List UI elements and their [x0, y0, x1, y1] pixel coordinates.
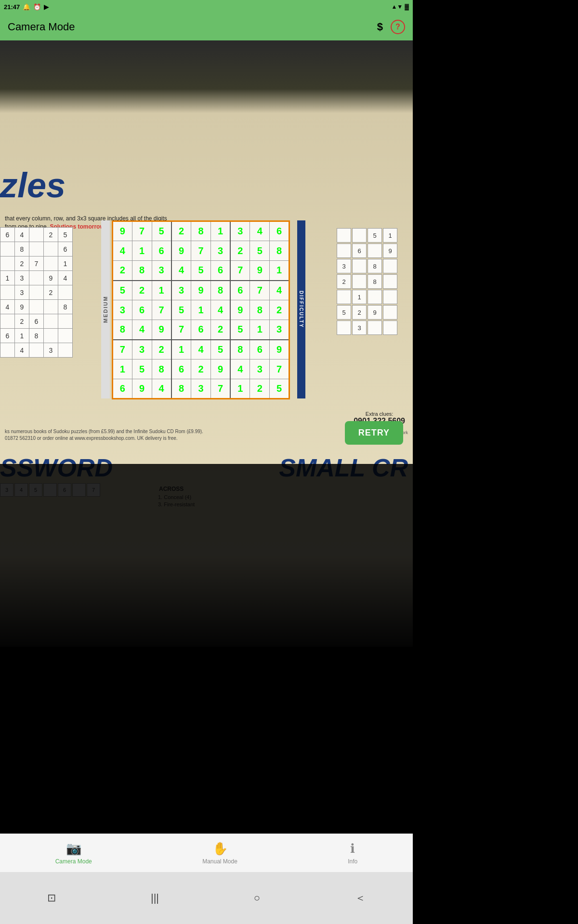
sudoku-cell-r3-c5: 8 [210, 281, 230, 300]
bottom-nav: 📷 Camera Mode ✋ Manual Mode ℹ Info [0, 834, 413, 872]
sudoku-cell-r2-c5: 6 [210, 261, 230, 281]
sudoku-cell-r7-c7: 3 [250, 359, 270, 379]
sudoku-cell-r4-c1: 6 [132, 300, 152, 320]
sys-back-btn[interactable]: ＜ [345, 887, 375, 909]
sys-circle-btn[interactable]: ○ [244, 888, 270, 908]
sudoku-cell-r6-c6: 8 [230, 340, 250, 359]
difficulty-label: DIFFICULTY [297, 220, 305, 398]
right-partial-grid: 51 69 38 28 1 529 3 [336, 227, 413, 336]
sudoku-cell-r1-c7: 5 [250, 241, 270, 261]
sudoku-cell-r2-c8: 1 [270, 261, 289, 281]
nav-camera-mode[interactable]: 📷 Camera Mode [55, 841, 92, 865]
sudoku-cell-r6-c2: 2 [152, 340, 171, 359]
camera-mode-icon: 📷 [66, 841, 81, 856]
sudoku-cell-r5-c8: 3 [270, 320, 289, 340]
sudoku-cell-r4-c8: 2 [270, 300, 289, 320]
sudoku-cell-r7-c0: 1 [113, 359, 132, 379]
sudoku-cell-r2-c6: 7 [230, 261, 250, 281]
sudoku-cell-r0-c8: 6 [270, 221, 289, 241]
sudoku-cell-r3-c1: 2 [132, 281, 152, 300]
sudoku-cell-r5-c4: 6 [191, 320, 211, 340]
nav-manual-mode[interactable]: ✋ Manual Mode [202, 841, 237, 865]
bottom-text-1: ks numerous books of Sudoku puzzles (fro… [5, 428, 203, 435]
bottom-small-text: ks numerous books of Sudoku puzzles (fro… [5, 428, 203, 442]
sudoku-cell-r7-c6: 4 [230, 359, 250, 379]
sudoku-cell-r8-c2: 4 [152, 379, 171, 399]
info-label: Info [348, 858, 357, 865]
sudoku-cell-r1-c5: 3 [210, 241, 230, 261]
sys-home-btn[interactable]: ||| [141, 888, 169, 908]
media-icon: ▶ [44, 3, 49, 11]
sudoku-cell-r5-c6: 5 [230, 320, 250, 340]
sudoku-cell-r8-c6: 1 [230, 379, 250, 399]
dollar-icon[interactable]: $ [377, 21, 383, 33]
status-bar: 21:47 🔔 ⏰ ▶ ▲▼ ▓ [0, 0, 413, 13]
sudoku-cell-r7-c4: 2 [191, 359, 211, 379]
sudoku-cell-r6-c1: 3 [132, 340, 152, 359]
sudoku-cell-r3-c7: 7 [250, 281, 270, 300]
sudoku-cell-r3-c0: 5 [113, 281, 132, 300]
sudoku-cell-r6-c8: 9 [270, 340, 289, 359]
bottom-text-2: 01872 562310 or order online at www.expr… [5, 435, 203, 442]
info-icon: ℹ [350, 841, 355, 856]
sudoku-cell-r0-c1: 7 [132, 221, 152, 241]
left-partial-grid: 6425 86 271 1394 32 498 26 618 43 [0, 227, 96, 358]
sudoku-cell-r1-c4: 7 [191, 241, 211, 261]
sudoku-cell-r2-c3: 4 [171, 261, 191, 281]
sudoku-cell-r2-c4: 5 [191, 261, 211, 281]
sudoku-cell-r3-c8: 4 [270, 281, 289, 300]
sudoku-cell-r8-c7: 2 [250, 379, 270, 399]
sudoku-cell-r2-c7: 9 [250, 261, 270, 281]
sudoku-cell-r8-c4: 3 [191, 379, 211, 399]
sudoku-cell-r7-c5: 9 [210, 359, 230, 379]
sudoku-cell-r3-c2: 1 [152, 281, 171, 300]
sudoku-cell-r4-c4: 1 [191, 300, 211, 320]
sudoku-cell-r1-c2: 6 [152, 241, 171, 261]
sudoku-cell-r3-c3: 3 [171, 281, 191, 300]
sudoku-cell-r5-c5: 2 [210, 320, 230, 340]
sudoku-cell-r8-c5: 7 [210, 379, 230, 399]
sudoku-cell-r0-c6: 3 [230, 221, 250, 241]
extra-clues-title: Extra clues: [351, 411, 408, 417]
notification-icon: 🔔 [23, 3, 30, 11]
sudoku-cell-r1-c3: 9 [171, 241, 191, 261]
sudoku-cell-r5-c1: 4 [132, 320, 152, 340]
sudoku-cell-r3-c4: 9 [191, 281, 211, 300]
retry-button[interactable]: RETRY [345, 421, 403, 445]
status-right: ▲▼ ▓ [391, 3, 409, 10]
sudoku-cell-r0-c7: 4 [250, 221, 270, 241]
help-icon[interactable]: ? [391, 20, 405, 34]
sudoku-grid: 9752813464169732582834567915213986743675… [112, 220, 290, 399]
sudoku-cell-r1-c6: 2 [230, 241, 250, 261]
dark-overlay [0, 464, 413, 647]
sudoku-cell-r5-c7: 1 [250, 320, 270, 340]
sudoku-cell-r1-c8: 8 [270, 241, 289, 261]
sudoku-cell-r6-c5: 5 [210, 340, 230, 359]
sudoku-cell-r5-c2: 9 [152, 320, 171, 340]
sudoku-cell-r2-c0: 2 [113, 261, 132, 281]
sudoku-cell-r6-c4: 4 [191, 340, 211, 359]
sudoku-cell-r7-c8: 7 [270, 359, 289, 379]
sudoku-cell-r1-c1: 1 [132, 241, 152, 261]
sudoku-cell-r0-c3: 2 [171, 221, 191, 241]
nav-info[interactable]: ℹ Info [348, 841, 357, 865]
sudoku-cell-r8-c1: 9 [132, 379, 152, 399]
sys-square-btn[interactable]: ⊡ [38, 888, 66, 908]
sudoku-cell-r1-c0: 4 [113, 241, 132, 261]
manual-mode-label: Manual Mode [202, 858, 237, 865]
medium-label: MEDIUM [101, 220, 110, 398]
camera-view: zles that every column, row, and 3x3 squ… [0, 40, 413, 647]
sudoku-cell-r8-c0: 6 [113, 379, 132, 399]
main-sudoku-container: MEDIUM DIFFICULTY 9752813464169732582834… [112, 220, 295, 399]
sudoku-cell-r6-c3: 1 [171, 340, 191, 359]
left-grid-table: 6425 86 271 1394 32 498 26 618 43 [0, 227, 73, 358]
sudoku-cell-r2-c2: 3 [152, 261, 171, 281]
sudoku-cell-r4-c2: 7 [152, 300, 171, 320]
manual-mode-icon: ✋ [212, 841, 228, 856]
sudoku-cell-r6-c0: 7 [113, 340, 132, 359]
sudoku-cell-r7-c1: 5 [132, 359, 152, 379]
puzzles-heading: zles [0, 166, 66, 205]
sudoku-cell-r0-c5: 1 [210, 221, 230, 241]
alarm-icon: ⏰ [33, 3, 41, 11]
sudoku-cell-r5-c3: 7 [171, 320, 191, 340]
